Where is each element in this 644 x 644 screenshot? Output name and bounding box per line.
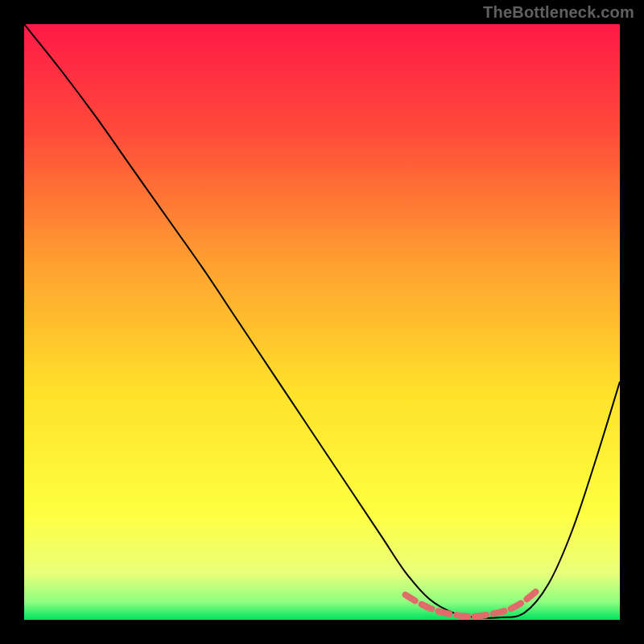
chart-container: TheBottleneck.com <box>0 0 644 644</box>
plot-area <box>24 24 620 620</box>
chart-svg <box>24 24 620 620</box>
gradient-background <box>24 24 620 620</box>
attribution-label: TheBottleneck.com <box>483 3 634 22</box>
